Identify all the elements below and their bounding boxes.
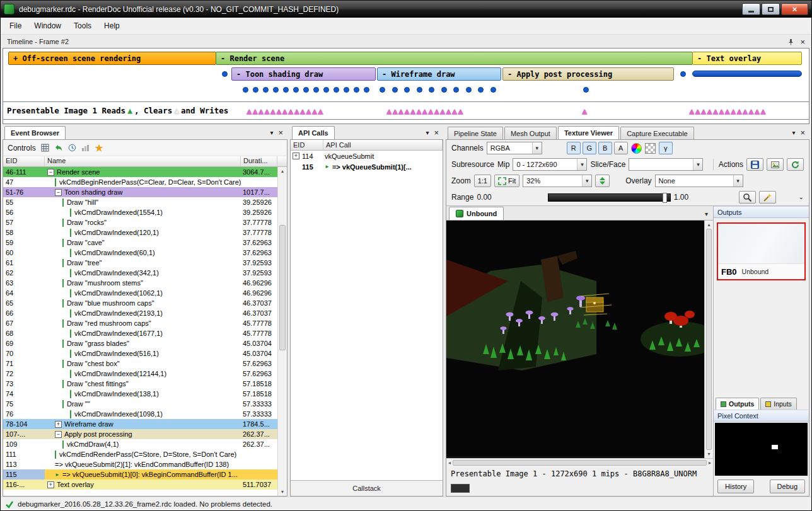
mip-dropdown[interactable]: 0 - 1272x690▾ — [513, 158, 587, 171]
tab-capture-executable[interactable]: Capture Executable — [620, 127, 694, 139]
overlay-dropdown[interactable]: None▾ — [655, 175, 743, 187]
event-row[interactable]: 69Draw "grass blades"45.03704 — [3, 338, 277, 348]
colorwheel-icon[interactable] — [631, 143, 642, 154]
tab-pipeline-state[interactable]: Pipeline State — [448, 127, 503, 139]
collapse-icon[interactable]: − — [47, 169, 54, 176]
timeline-draw-dot[interactable] — [392, 87, 398, 93]
fb0-thumbnail[interactable]: FB0 Unbound — [717, 222, 806, 280]
filter-grid-icon[interactable] — [41, 144, 49, 152]
tab-outputs[interactable]: Outputs — [716, 398, 759, 410]
fb0-preview[interactable] — [718, 224, 804, 264]
event-row[interactable]: 73Draw "chest fittings"57.18518 — [3, 379, 277, 389]
chevron-down-icon[interactable]: ▾ — [270, 130, 273, 136]
scrollbar-thumb[interactable] — [453, 460, 707, 466]
timeline-draw-dot[interactable] — [293, 87, 299, 93]
event-row[interactable]: 56vkCmdDrawIndexed(1554,1)39.25926 — [3, 207, 277, 217]
timeline-draw-dot[interactable] — [243, 87, 248, 93]
history-button[interactable]: History — [717, 479, 754, 493]
debug-button[interactable]: Debug — [770, 479, 805, 493]
bookmark-star-icon[interactable] — [95, 144, 103, 152]
timeline-draw-dot[interactable] — [303, 87, 309, 93]
fit-button[interactable]: Fit — [494, 175, 519, 187]
event-row[interactable]: 72vkCmdDrawIndexed(12144,1)57.62963 — [3, 369, 277, 379]
channel-r-button[interactable]: R — [567, 142, 581, 154]
range-slider-thumb[interactable] — [663, 193, 667, 203]
event-row[interactable]: 63Draw "mushroom stems"46.96296 — [3, 278, 277, 288]
viewport-horizontal-scrollbar[interactable]: ◂▸ — [446, 458, 713, 467]
zoom-1to1-button[interactable]: 1:1 — [474, 175, 491, 187]
event-row[interactable]: 115►=> vkQueueSubmit(1)[0]: vkBeginComma… — [3, 469, 277, 479]
event-row[interactable]: 111vkCmdEndRenderPass(C=Store, D=Store, … — [3, 449, 277, 459]
texture-tab-unbound[interactable]: Unbound — [449, 207, 504, 220]
timeline-draw-dot[interactable] — [283, 87, 289, 93]
timeline-draw-dot[interactable] — [478, 87, 484, 93]
event-row[interactable]: 59Draw "cave"37.62963 — [3, 238, 277, 248]
collapse-icon[interactable]: − — [55, 189, 62, 196]
viewport-vertical-scrollbar[interactable]: ▴▾ — [704, 221, 713, 458]
column-eid[interactable]: EID — [3, 156, 45, 166]
timeline-bar[interactable]: - Toon shading draw — [231, 67, 376, 81]
channel-b-button[interactable]: B — [598, 142, 612, 154]
event-row[interactable]: 60vkCmdDrawIndexed(60,1)37.62963 — [3, 248, 277, 258]
timeline-draw-dot[interactable] — [323, 87, 329, 93]
timeline-event-dot[interactable] — [222, 71, 228, 77]
timeline-draw-dot[interactable] — [441, 87, 447, 93]
timeline-draw-dot[interactable] — [583, 87, 589, 93]
clock-icon[interactable] — [68, 144, 76, 152]
tab-inputs[interactable]: Inputs — [760, 398, 797, 410]
channel-a-button[interactable]: A — [614, 142, 628, 154]
timeline-event-dot[interactable] — [680, 71, 686, 77]
timeline-close-icon[interactable]: × — [800, 38, 805, 46]
timeline-draw-dot[interactable] — [429, 87, 434, 93]
event-row[interactable]: 66vkCmdDrawIndexed(2193,1)46.37037 — [3, 308, 277, 318]
flip-y-button[interactable] — [595, 175, 610, 187]
zoom-range-button[interactable] — [739, 191, 756, 204]
api-call-row[interactable]: +114vkQueueSubmit — [291, 151, 443, 161]
refresh-times-icon[interactable] — [54, 144, 63, 152]
close-icon[interactable]: × — [434, 129, 439, 137]
timeline-bar[interactable]: - Apply post processing — [502, 67, 674, 81]
maximize-button[interactable] — [762, 3, 780, 15]
timeline-draw-dot[interactable] — [417, 87, 422, 93]
scroll-down-icon[interactable]: ▾ — [281, 488, 284, 496]
event-row[interactable]: 47vkCmdBeginRenderPass(C=Clear, D=Clear,… — [3, 177, 277, 187]
expand-icon[interactable]: + — [47, 481, 54, 488]
menu-item-tools[interactable]: Tools — [67, 18, 98, 33]
close-icon[interactable]: × — [800, 129, 805, 137]
gamma-button[interactable]: γ — [659, 142, 673, 154]
channels-dropdown[interactable]: RGBA▾ — [487, 142, 542, 154]
event-row[interactable]: 76vkCmdDrawIndexed(1098,1)57.33333 — [3, 409, 277, 419]
export-image-button[interactable] — [767, 158, 784, 171]
timeline-bar[interactable]: - Wireframe draw — [377, 67, 501, 81]
tab-mesh-output[interactable]: Mesh Output — [504, 127, 557, 139]
event-row[interactable]: 51-76−Toon shading draw1017.7... — [3, 187, 277, 197]
tab-event-browser[interactable]: Event Browser — [4, 126, 66, 139]
refresh-button[interactable] — [787, 158, 804, 171]
timeline-draw-dot[interactable] — [466, 87, 472, 93]
title-bar[interactable]: debugmarker.rdc - RenderDoc Unofficial r… — [1, 1, 811, 18]
column-api-call[interactable]: API Call — [323, 140, 443, 150]
event-row[interactable]: 57Draw "rocks"37.77778 — [3, 217, 277, 227]
scroll-up-icon[interactable]: ▴ — [281, 167, 284, 175]
event-row[interactable]: 74vkCmdDrawIndexed(138,1)57.18518 — [3, 389, 277, 399]
timeline-draw-dot[interactable] — [313, 87, 319, 93]
event-row[interactable]: 70vkCmdDrawIndexed(516,1)45.03704 — [3, 348, 277, 359]
event-row[interactable]: 116-...+Text overlay511.7037 — [3, 479, 277, 490]
event-row[interactable]: 107-...−Apply post processing262.37... — [3, 429, 277, 439]
slice-face-dropdown[interactable]: ▾ — [629, 158, 703, 171]
pixel-context-view[interactable] — [715, 423, 808, 476]
minimize-button[interactable] — [742, 3, 760, 15]
timeline-draw-dot[interactable] — [263, 87, 269, 93]
channel-g-button[interactable]: G — [583, 142, 596, 154]
event-row[interactable]: 62vkCmdDrawIndexed(342,1)37.92593 — [3, 268, 277, 278]
scrollbar-thumb[interactable] — [279, 225, 286, 350]
texture-image[interactable] — [446, 221, 711, 456]
column-name[interactable]: Name — [45, 156, 241, 166]
event-row[interactable]: 46-111−Render scene3064.7... — [3, 167, 277, 177]
event-row[interactable]: 71Draw "chest box"57.62963 — [3, 359, 277, 369]
timeline-draw-bar[interactable] — [692, 71, 802, 77]
event-row[interactable]: 67Draw "red mushroom caps"45.77778 — [3, 318, 277, 328]
timeline-draw-dot[interactable] — [490, 87, 496, 93]
event-row[interactable]: 64vkCmdDrawIndexed(1062,1)46.96296 — [3, 288, 277, 298]
zoom-dropdown[interactable]: 32%▾ — [523, 175, 592, 187]
